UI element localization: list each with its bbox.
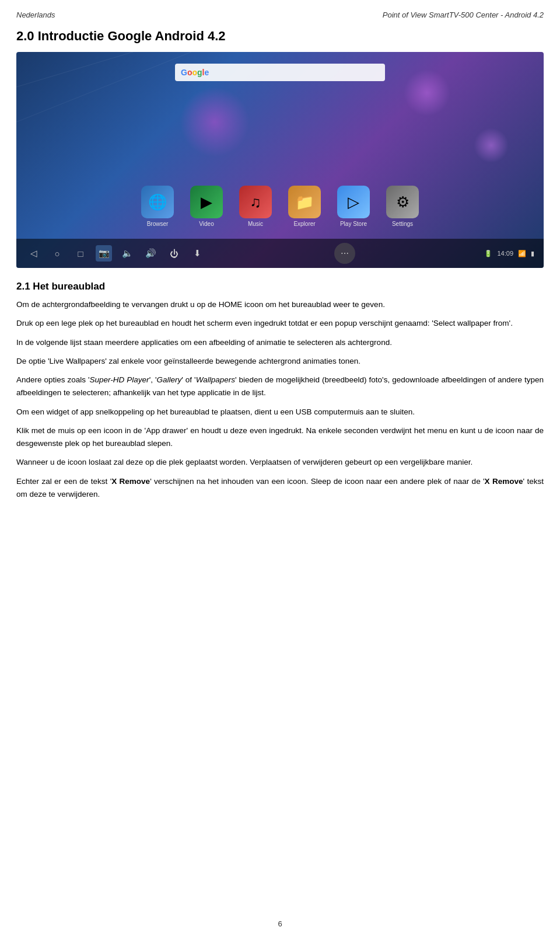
power-icon: ⏻ — [166, 245, 182, 262]
paragraph-2: Druk op een lege plek op het bureaublad … — [16, 317, 544, 330]
paragraph-5: Andere opties zoals 'Super-HD Player', '… — [16, 374, 544, 400]
taskbar-status: 🔋 14:09 📶 ▮ — [484, 250, 534, 257]
volume-up-icon: 🔊 — [142, 245, 159, 262]
app-icon-box: 📁 — [288, 186, 321, 218]
app-icon-play-store: ▷Play Store — [337, 186, 370, 227]
battery-icon: 🔋 — [484, 250, 492, 257]
recent-apps-icon: □ — [72, 245, 89, 262]
taskbar-nav-buttons: ◁ ○ □ 📷 🔈 🔊 ⏻ ⬇ — [26, 245, 205, 262]
paragraph-6: Om een widget of app snelkoppeling op he… — [16, 406, 544, 419]
home-icon: ○ — [49, 245, 65, 262]
app-icon-explorer: 📁Explorer — [288, 186, 321, 227]
app-icon-label: Music — [248, 221, 263, 227]
app-icon-label: Explorer — [293, 221, 315, 227]
app-icon-box: ▶ — [190, 186, 223, 218]
apps-button[interactable]: ⋯ — [334, 243, 355, 264]
app-icon-music: ♫Music — [239, 186, 272, 227]
app-icon-video: ▶Video — [190, 186, 223, 227]
down-arrow-icon: ⬇ — [189, 245, 205, 262]
svg-line-2 — [75, 52, 191, 140]
svg-line-0 — [16, 52, 133, 87]
app-icon-browser: 🌐Browser — [141, 186, 174, 227]
header-right: Point of View SmartTV-500 Center - Andro… — [383, 11, 544, 19]
app-icon-box: 🌐 — [141, 186, 174, 218]
volume-down-icon: 🔈 — [119, 245, 135, 262]
clock: 14:09 — [497, 250, 513, 257]
paragraph-4: De optie 'Live Wallpapers' zal enkele vo… — [16, 355, 544, 368]
google-search-bar: Google — [175, 64, 385, 81]
app-icon-label: Browser — [147, 221, 169, 227]
svg-line-1 — [16, 52, 191, 122]
app-icon-label: Settings — [392, 221, 413, 227]
app-icon-label: Play Store — [340, 221, 367, 227]
app-icon-settings: ⚙Settings — [386, 186, 419, 227]
paragraph-3: In de volgende lijst staan meerdere appl… — [16, 336, 544, 349]
wifi-icon: 📶 — [518, 250, 526, 257]
paragraph-8: Wanneer u de icoon loslaat zal deze op d… — [16, 456, 544, 469]
google-logo: Google — [181, 68, 209, 77]
app-icons-row: 🌐Browser▶Video♫Music📁Explorer▷Play Store… — [16, 186, 544, 227]
taskbar-center: ⋯ — [334, 243, 355, 264]
android-screenshot: Google 🌐Browser▶Video♫Music📁Explorer▷Pla… — [16, 52, 544, 268]
back-icon: ◁ — [26, 245, 42, 262]
paragraph-1: Om de achtergrondafbeelding te vervangen… — [16, 298, 544, 311]
decorative-lines — [16, 52, 191, 140]
signal-icon: ▮ — [531, 250, 534, 257]
header-left: Nederlands — [16, 11, 55, 19]
main-content: 2.0 Introductie Google Android 4.2 Googl… — [0, 29, 560, 501]
app-icon-box: ♫ — [239, 186, 272, 218]
taskbar: ◁ ○ □ 📷 🔈 🔊 ⏻ ⬇ ⋯ 🔋 14:09 📶 ▮ — [16, 239, 544, 268]
app-icon-box: ▷ — [337, 186, 370, 218]
page-header: Nederlands Point of View SmartTV-500 Cen… — [0, 0, 560, 24]
decorative-blob-1 — [180, 87, 250, 157]
page-number: 6 — [278, 919, 282, 928]
section-title: 2.0 Introductie Google Android 4.2 — [16, 29, 544, 44]
paragraph-10: Echter zal er een de tekst 'X Remove' ve… — [16, 475, 544, 501]
paragraph-7: Klik met de muis op een icoon in de 'App… — [16, 424, 544, 451]
decorative-blob-3 — [474, 128, 509, 163]
app-icon-box: ⚙ — [386, 186, 419, 218]
screenshot-icon: 📷 — [96, 245, 112, 262]
decorative-blob-2 — [404, 69, 450, 116]
app-icon-label: Video — [199, 221, 214, 227]
page-footer: 6 — [0, 919, 560, 928]
subsection-title: 2.1 Het bureaublad — [16, 281, 544, 292]
